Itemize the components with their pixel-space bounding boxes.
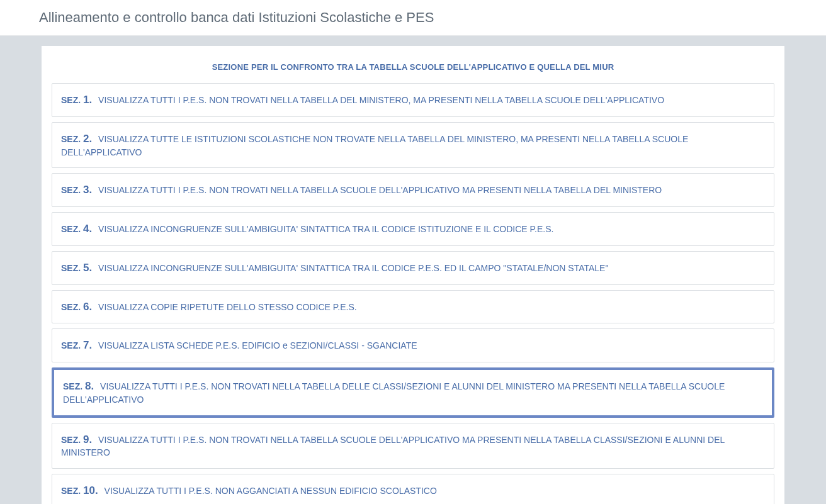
section-prefix-text: SEZ. (61, 185, 83, 195)
section-item-8[interactable]: SEZ. 8. VISUALIZZA TUTTI I P.E.S. NON TR… (52, 367, 774, 417)
section-description: VISUALIZZA TUTTI I P.E.S. NON AGGANCIATI… (102, 486, 437, 496)
section-heading: SEZIONE PER IL CONFRONTO TRA LA TABELLA … (52, 62, 774, 72)
section-prefix-text: SEZ. (61, 134, 83, 144)
section-prefix: SEZ. 4. (61, 224, 92, 234)
section-description: VISUALIZZA LISTA SCHEDE P.E.S. EDIFICIO … (96, 340, 417, 350)
section-description: VISUALIZZA TUTTI I P.E.S. NON TROVATI NE… (96, 95, 664, 105)
section-prefix-text: SEZ. (61, 263, 83, 273)
section-description: VISUALIZZA INCONGRUENZE SULL'AMBIGUITA' … (96, 263, 608, 273)
page-title: Allineamento e controllo banca dati Isti… (0, 0, 826, 36)
section-list: SEZ. 1. VISUALIZZA TUTTI I P.E.S. NON TR… (52, 83, 774, 504)
section-prefix-text: SEZ. (61, 224, 83, 234)
section-prefix: SEZ. 10. (61, 486, 98, 496)
section-item-2[interactable]: SEZ. 2. VISUALIZZA TUTTE LE ISTITUZIONI … (52, 122, 774, 168)
section-prefix-text: SEZ. (61, 340, 83, 350)
section-item-4[interactable]: SEZ. 4. VISUALIZZA INCONGRUENZE SULL'AMB… (52, 212, 774, 246)
section-prefix: SEZ. 5. (61, 263, 92, 273)
section-item-6[interactable]: SEZ. 6. VISUALIZZA COPIE RIPETUTE DELLO … (52, 290, 774, 324)
section-item-5[interactable]: SEZ. 5. VISUALIZZA INCONGRUENZE SULL'AMB… (52, 251, 774, 285)
section-number: 9. (83, 434, 92, 445)
section-prefix-text: SEZ. (61, 95, 83, 105)
section-number: 8. (85, 380, 94, 392)
section-item-1[interactable]: SEZ. 1. VISUALIZZA TUTTI I P.E.S. NON TR… (52, 83, 774, 117)
section-number: 3. (83, 184, 92, 196)
section-prefix: SEZ. 6. (61, 302, 92, 312)
section-number: 2. (83, 133, 92, 145)
section-prefix: SEZ. 1. (61, 95, 92, 105)
section-number: 6. (83, 301, 92, 313)
section-prefix-text: SEZ. (61, 486, 83, 496)
section-number: 1. (83, 94, 92, 106)
section-prefix: SEZ. 9. (61, 435, 92, 445)
section-description: VISUALIZZA TUTTE LE ISTITUZIONI SCOLASTI… (61, 134, 688, 157)
section-number: 10. (83, 484, 98, 496)
section-prefix: SEZ. 2. (61, 134, 92, 144)
section-prefix: SEZ. 8. (63, 381, 94, 391)
section-item-9[interactable]: SEZ. 9. VISUALIZZA TUTTI I P.E.S. NON TR… (52, 423, 774, 469)
section-number: 5. (83, 262, 92, 274)
section-prefix-text: SEZ. (61, 302, 83, 312)
section-prefix-text: SEZ. (63, 381, 85, 391)
section-description: VISUALIZZA TUTTI I P.E.S. NON TROVATI NE… (63, 381, 725, 405)
main-card: SEZIONE PER IL CONFRONTO TRA LA TABELLA … (42, 46, 784, 504)
section-description: VISUALIZZA TUTTI I P.E.S. NON TROVATI NE… (61, 435, 725, 458)
section-number: 4. (83, 223, 92, 235)
page-title-text: Allineamento e controllo banca dati Isti… (39, 9, 434, 25)
section-prefix: SEZ. 7. (61, 340, 92, 350)
section-description: VISUALIZZA COPIE RIPETUTE DELLO STESSO C… (96, 302, 356, 312)
section-description: VISUALIZZA TUTTI I P.E.S. NON TROVATI NE… (96, 185, 662, 195)
section-description: VISUALIZZA INCONGRUENZE SULL'AMBIGUITA' … (96, 224, 553, 234)
section-prefix: SEZ. 3. (61, 185, 92, 195)
section-item-10[interactable]: SEZ. 10. VISUALIZZA TUTTI I P.E.S. NON A… (52, 474, 774, 504)
section-item-3[interactable]: SEZ. 3. VISUALIZZA TUTTI I P.E.S. NON TR… (52, 173, 774, 207)
section-item-7[interactable]: SEZ. 7. VISUALIZZA LISTA SCHEDE P.E.S. E… (52, 328, 774, 362)
section-number: 7. (83, 339, 92, 351)
section-prefix-text: SEZ. (61, 435, 83, 445)
